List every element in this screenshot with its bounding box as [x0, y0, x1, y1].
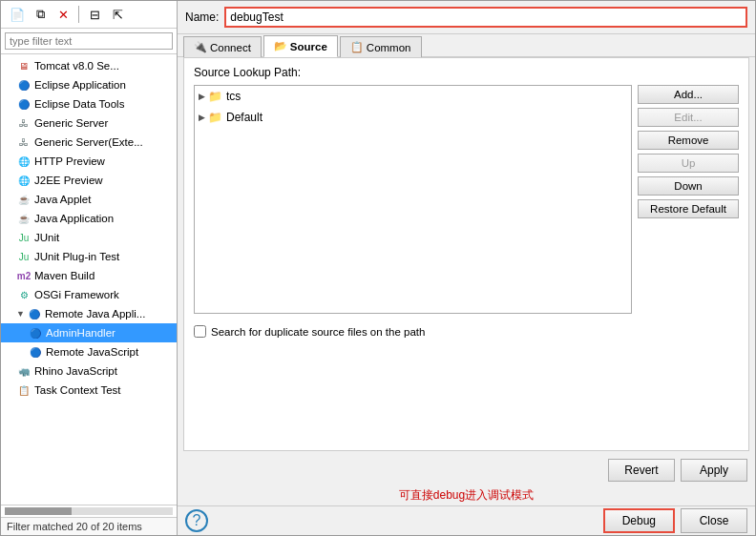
- checkbox-label: Search for duplicate source files on the…: [211, 326, 425, 338]
- up-button[interactable]: Up: [638, 154, 739, 173]
- help-icon: ?: [193, 512, 201, 529]
- footer-bar: ? Debug Close: [178, 505, 755, 535]
- collapse-all-btn[interactable]: ⇱: [107, 4, 128, 25]
- tree-item-label: Eclipse Data Tools: [34, 98, 124, 110]
- tomcat-icon: 🖥: [16, 58, 32, 73]
- tree-item-junit-plugin[interactable]: Ju JUnit Plug-in Test: [1, 247, 177, 266]
- source-tree-container: ▶ 📁 tcs ▶ 📁 Default: [194, 85, 632, 314]
- tree-item-label: AdminHandler: [46, 327, 116, 339]
- tab-connect-label: Connect: [210, 42, 251, 53]
- filter-input[interactable]: [5, 32, 173, 50]
- admin-handler-icon: 🔵: [28, 325, 43, 340]
- tab-connect[interactable]: 🔌 Connect: [183, 36, 262, 57]
- tree-item-j2ee[interactable]: 🌐 J2EE Preview: [1, 171, 177, 190]
- connect-tab-icon: 🔌: [194, 41, 207, 53]
- tree-item-remote-js[interactable]: 🔵 Remote JavaScript: [1, 342, 177, 361]
- restore-default-button[interactable]: Restore Default: [638, 199, 739, 218]
- source-tree-item-default[interactable]: ▶ 📁 Default: [195, 107, 631, 128]
- tree-list: 🖥 Tomcat v8.0 Se... 🔵 Eclipse Applicatio…: [1, 54, 177, 505]
- java-app-icon: ☕: [16, 211, 32, 226]
- tree-item-label: J2EE Preview: [34, 175, 103, 186]
- tree-item-label: Task Context Test: [34, 384, 121, 396]
- tree-item-osgi[interactable]: ⚙ OSGi Framework: [1, 285, 177, 304]
- checkbox-row: Search for duplicate source files on the…: [194, 325, 739, 338]
- delete-config-btn[interactable]: ✕: [52, 4, 74, 25]
- tree-item-label: Generic Server: [34, 117, 108, 129]
- right-panel: Name: 🔌 Connect 📂 Source 📋 Common Source…: [178, 1, 755, 535]
- down-button[interactable]: Down: [638, 176, 739, 196]
- eclipse-data-icon: 🔵: [16, 96, 32, 112]
- content-area: Source Lookup Path: ▶ 📁 tcs ▶ 📁 Defaul: [183, 57, 749, 451]
- tree-item-label: JUnit: [34, 232, 59, 243]
- name-input[interactable]: [224, 7, 747, 28]
- tree-item-admin-handler[interactable]: 🔵 AdminHandler: [1, 323, 177, 342]
- tree-item-label: Tomcat v8.0 Se...: [34, 60, 119, 72]
- duplicate-search-checkbox[interactable]: [194, 325, 206, 338]
- tree-item-tomcat[interactable]: 🖥 Tomcat v8.0 Se...: [1, 56, 177, 75]
- scroll-thumb: [5, 507, 72, 515]
- tree-item-http[interactable]: 🌐 HTTP Preview: [1, 152, 177, 171]
- generic-server-icon: 🖧: [16, 115, 32, 131]
- maven-icon: m2: [16, 268, 32, 283]
- new-config-btn[interactable]: 📄: [7, 4, 28, 25]
- tree-item-rhino[interactable]: 🦏 Rhino JavaScript: [1, 361, 177, 381]
- source-buttons: Add... Edit... Remove Up Down Restore De…: [638, 85, 739, 320]
- tab-bar: 🔌 Connect 📂 Source 📋 Common: [178, 34, 755, 57]
- tree-item-remote-java[interactable]: ▼ 🔵 Remote Java Appli...: [1, 304, 177, 323]
- remote-js-icon: 🔵: [28, 344, 43, 360]
- tcs-expand-arrow: ▶: [199, 92, 205, 101]
- tree-item-java-app[interactable]: ☕ Java Application: [1, 209, 177, 228]
- debug-button[interactable]: Debug: [603, 508, 675, 533]
- filter-btn[interactable]: ⊟: [84, 4, 105, 25]
- tab-common-label: Common: [367, 42, 411, 53]
- default-label: Default: [226, 111, 262, 124]
- http-icon: 🌐: [16, 154, 32, 169]
- common-tab-icon: 📋: [350, 41, 364, 53]
- left-status: Filter matched 20 of 20 items: [1, 517, 177, 535]
- osgi-icon: ⚙: [16, 287, 32, 302]
- tcs-label: tcs: [226, 90, 241, 103]
- apply-button[interactable]: Apply: [681, 459, 747, 482]
- task-context-icon: 📋: [16, 382, 32, 398]
- scroll-track: [5, 507, 173, 515]
- tree-item-junit[interactable]: Ju JUnit: [1, 228, 177, 247]
- toolbar: 📄 ⧉ ✕ ⊟ ⇱: [1, 1, 177, 29]
- add-button[interactable]: Add...: [638, 85, 739, 104]
- edit-button[interactable]: Edit...: [638, 108, 739, 127]
- tree-item-label: HTTP Preview: [34, 155, 105, 167]
- tree-item-eclipse-data[interactable]: 🔵 Eclipse Data Tools: [1, 94, 177, 113]
- remote-java-icon: 🔵: [27, 306, 42, 321]
- tree-item-generic[interactable]: 🖧 Generic Server: [1, 113, 177, 133]
- tab-common[interactable]: 📋 Common: [340, 36, 422, 57]
- tree-item-generic-ext[interactable]: 🖧 Generic Server(Exte...: [1, 133, 177, 152]
- debug-close-buttons: Debug Close: [603, 508, 747, 533]
- source-tree-item-tcs[interactable]: ▶ 📁 tcs: [195, 86, 631, 107]
- help-button[interactable]: ?: [185, 509, 208, 532]
- source-area-wrapper: ▶ 📁 tcs ▶ 📁 Default Add... Edi: [194, 85, 739, 320]
- debug-configurations-dialog: 📄 ⧉ ✕ ⊟ ⇱ 🖥 Tomcat v8.0 Se... 🔵 Eclipse …: [0, 0, 756, 536]
- source-lookup-label: Source Lookup Path:: [194, 66, 739, 79]
- status-text: Filter matched 20 of 20 items: [7, 521, 142, 532]
- tree-item-eclipse-app[interactable]: 🔵 Eclipse Application: [1, 75, 177, 94]
- left-panel: 📄 ⧉ ✕ ⊟ ⇱ 🖥 Tomcat v8.0 Se... 🔵 Eclipse …: [1, 1, 178, 535]
- name-label: Name:: [185, 10, 219, 24]
- source-tree-wrapper: ▶ 📁 tcs ▶ 📁 Default: [194, 85, 632, 320]
- tree-item-task-context[interactable]: 📋 Task Context Test: [1, 381, 177, 400]
- name-row: Name:: [178, 1, 755, 34]
- close-button[interactable]: Close: [681, 508, 747, 533]
- tree-item-label: Rhino JavaScript: [34, 365, 117, 377]
- default-folder-icon: 📁: [208, 111, 222, 124]
- tree-item-label: Eclipse Application: [34, 79, 126, 91]
- tab-source[interactable]: 📂 Source: [263, 35, 338, 57]
- tree-item-maven[interactable]: m2 Maven Build: [1, 266, 177, 285]
- tree-item-applet[interactable]: ☕ Java Applet: [1, 190, 177, 209]
- left-scrollbar[interactable]: [1, 505, 177, 517]
- remove-button[interactable]: Remove: [638, 131, 739, 150]
- tree-item-label: Java Application: [34, 213, 114, 224]
- rhino-icon: 🦏: [16, 363, 32, 379]
- bottom-buttons-row: Revert Apply: [178, 455, 755, 485]
- source-tab-icon: 📂: [274, 40, 287, 52]
- tree-item-label: Maven Build: [34, 270, 94, 281]
- duplicate-config-btn[interactable]: ⧉: [30, 4, 51, 25]
- revert-button[interactable]: Revert: [608, 459, 675, 482]
